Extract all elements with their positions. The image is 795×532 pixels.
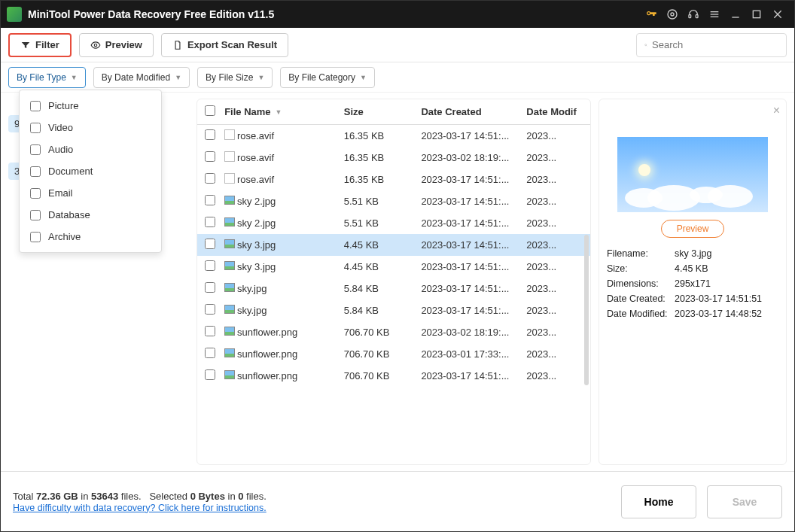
- image-file-icon: [224, 348, 235, 357]
- svg-point-0: [668, 10, 677, 19]
- filter-type-option[interactable]: Audio: [20, 138, 161, 160]
- file-row[interactable]: sky 3.jpg4.45 KB2023-03-17 14:51:...2023…: [197, 256, 590, 278]
- scrollbar[interactable]: [584, 235, 589, 385]
- row-checkbox[interactable]: [205, 151, 215, 162]
- disc-icon[interactable]: [662, 4, 683, 25]
- col-modified[interactable]: Date Modif: [526, 106, 583, 117]
- filter-type-option[interactable]: Archive: [20, 226, 161, 248]
- search-box[interactable]: [636, 33, 787, 57]
- option-label: Archive: [48, 231, 81, 242]
- export-button[interactable]: Export Scan Result: [161, 33, 288, 57]
- row-checkbox[interactable]: [205, 282, 215, 293]
- file-panel: File Name ▼ Size Date Created Date Modif…: [196, 99, 591, 465]
- chevron-down-icon: ▼: [257, 74, 264, 81]
- option-checkbox[interactable]: [30, 101, 41, 111]
- file-name: rose.avif: [237, 152, 344, 163]
- row-checkbox[interactable]: [205, 304, 215, 315]
- col-size[interactable]: Size: [344, 106, 422, 117]
- open-preview-button[interactable]: Preview: [661, 220, 725, 238]
- row-checkbox[interactable]: [205, 369, 215, 380]
- option-checkbox[interactable]: [30, 144, 41, 155]
- filter-label: Filter: [35, 39, 59, 50]
- file-name: sunflower.png: [237, 348, 344, 360]
- app-logo-icon: [7, 7, 22, 22]
- file-row[interactable]: sky.jpg5.84 KB2023-03-17 14:51:...2023..…: [197, 299, 590, 321]
- filter-type-option[interactable]: Picture: [20, 95, 161, 117]
- row-checkbox[interactable]: [205, 260, 215, 271]
- row-checkbox[interactable]: [205, 348, 215, 358]
- preview-button[interactable]: Preview: [79, 33, 154, 57]
- svg-point-1: [671, 13, 674, 16]
- footer-info: Total 72.36 GB in 53643 files. Selected …: [13, 491, 267, 513]
- file-created: 2023-03-17 14:51:...: [421, 305, 526, 316]
- key-icon[interactable]: [641, 4, 662, 25]
- headset-icon[interactable]: [683, 4, 704, 25]
- file-row[interactable]: rose.avif16.35 KB2023-03-17 14:51:...202…: [197, 125, 590, 147]
- file-row[interactable]: sky.jpg5.84 KB2023-03-17 14:51:...2023..…: [197, 278, 590, 299]
- option-checkbox[interactable]: [30, 210, 41, 220]
- menu-icon[interactable]: [704, 4, 725, 25]
- svg-point-11: [94, 44, 97, 47]
- filter-category-button[interactable]: By File Category▼: [280, 67, 375, 88]
- close-preview-icon[interactable]: ×: [773, 104, 780, 117]
- sort-desc-icon: ▼: [276, 108, 282, 116]
- image-file-icon: [224, 283, 235, 292]
- export-icon: [172, 40, 183, 50]
- file-row[interactable]: sky 2.jpg5.51 KB2023-03-17 14:51:...2023…: [197, 212, 590, 234]
- row-checkbox[interactable]: [205, 195, 215, 205]
- home-button[interactable]: Home: [621, 485, 696, 518]
- file-row[interactable]: rose.avif16.35 KB2023-03-17 14:51:...202…: [197, 169, 590, 190]
- titlebar: MiniTool Power Data Recovery Free Editio…: [1, 1, 794, 28]
- funnel-icon: [20, 40, 31, 50]
- filter-type-option[interactable]: Database: [20, 204, 161, 226]
- option-checkbox[interactable]: [30, 232, 41, 242]
- svg-rect-2: [689, 15, 691, 18]
- minimize-icon[interactable]: [725, 4, 746, 25]
- option-label: Video: [48, 122, 73, 133]
- chevron-down-icon: ▼: [71, 74, 78, 81]
- help-link[interactable]: Have difficulty with data recovery? Clic…: [13, 503, 267, 513]
- file-size: 706.70 KB: [344, 348, 422, 360]
- file-row[interactable]: sky 3.jpg4.45 KB2023-03-17 14:51:...2023…: [197, 234, 590, 256]
- file-row[interactable]: rose.avif16.35 KB2023-03-02 18:19:...202…: [197, 147, 590, 169]
- file-name: sky 3.jpg: [237, 239, 344, 251]
- file-row[interactable]: sunflower.png706.70 KB2023-03-17 14:51:.…: [197, 365, 590, 387]
- option-checkbox[interactable]: [30, 188, 41, 199]
- filter-size-button[interactable]: By File Size▼: [197, 67, 273, 88]
- file-size: 16.35 KB: [344, 130, 422, 141]
- select-all-checkbox[interactable]: [205, 105, 215, 116]
- toolbar: Filter Preview Export Scan Result: [1, 28, 794, 62]
- filter-type-option[interactable]: Email: [20, 182, 161, 204]
- col-name[interactable]: File Name ▼: [224, 106, 344, 117]
- file-size: 5.51 KB: [344, 217, 422, 229]
- file-modified: 2023...: [526, 239, 583, 251]
- maximize-icon[interactable]: [746, 4, 767, 25]
- image-file-icon: [224, 261, 235, 270]
- col-created[interactable]: Date Created: [421, 106, 526, 117]
- file-name: sky 2.jpg: [237, 217, 344, 229]
- option-checkbox[interactable]: [30, 166, 41, 177]
- option-checkbox[interactable]: [30, 123, 41, 133]
- filter-button[interactable]: Filter: [8, 33, 72, 57]
- preview-panel: × Preview Filename:sky 3.jpg Size:4.45 K…: [599, 99, 787, 465]
- generic-file-icon: [224, 173, 235, 184]
- filter-type-button[interactable]: By File Type▼: [8, 67, 86, 88]
- row-checkbox[interactable]: [205, 173, 215, 184]
- filter-type-option[interactable]: Video: [20, 117, 161, 138]
- filter-date-button[interactable]: By Date Modified▼: [93, 67, 190, 88]
- close-icon[interactable]: [767, 4, 788, 25]
- svg-line-13: [647, 45, 647, 46]
- search-input[interactable]: [652, 39, 778, 50]
- file-modified: 2023...: [526, 174, 583, 185]
- row-checkbox[interactable]: [205, 129, 215, 140]
- file-row[interactable]: sunflower.png706.70 KB2023-03-01 17:33:.…: [197, 343, 590, 365]
- image-file-icon: [224, 239, 235, 248]
- row-checkbox[interactable]: [205, 217, 215, 227]
- save-button[interactable]: Save: [707, 485, 782, 518]
- file-modified: 2023...: [526, 196, 583, 207]
- file-row[interactable]: sunflower.png706.70 KB2023-03-02 18:19:.…: [197, 321, 590, 343]
- filter-type-option[interactable]: Document: [20, 160, 161, 182]
- row-checkbox[interactable]: [205, 326, 215, 336]
- row-checkbox[interactable]: [205, 239, 215, 249]
- file-row[interactable]: sky 2.jpg5.51 KB2023-03-17 14:51:...2023…: [197, 190, 590, 212]
